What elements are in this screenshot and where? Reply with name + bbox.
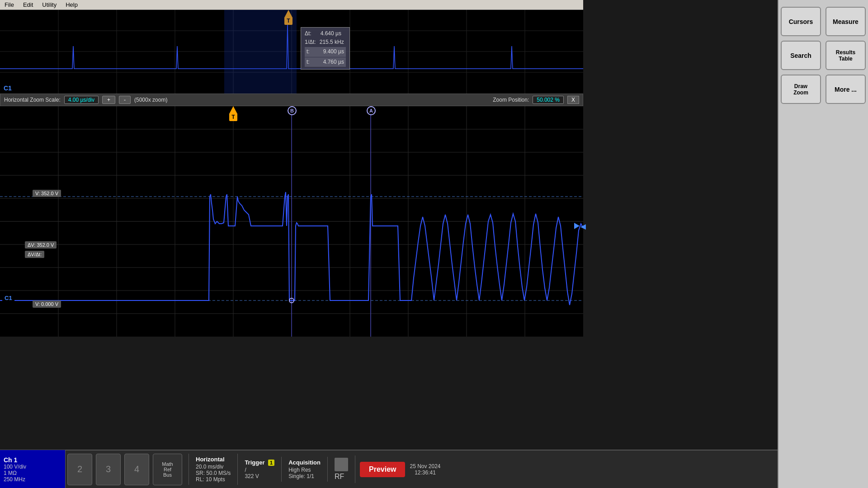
menu-file[interactable]: File bbox=[5, 1, 14, 8]
main-waveform: T bbox=[0, 106, 583, 337]
delta-v-readout: ΔV: 352.0 V bbox=[25, 241, 57, 249]
trigger-voltage: 322 V bbox=[245, 473, 274, 479]
delta-t-value: 4.640 µs bbox=[321, 29, 341, 38]
results-table-button[interactable]: ResultsTable bbox=[826, 41, 866, 70]
ch1-title: Ch 1 bbox=[4, 456, 61, 464]
search-button[interactable]: Search bbox=[781, 41, 821, 70]
menu-bar: File Edit Utility Help bbox=[0, 0, 583, 10]
t2-value: 4.760 µs bbox=[323, 58, 344, 66]
horizontal-line3: RL: 10 Mpts bbox=[196, 476, 231, 483]
svg-rect-17 bbox=[224, 10, 297, 94]
v-readout-bottom: V: 0.000 V bbox=[33, 300, 61, 308]
trigger-badge: 1 bbox=[268, 460, 274, 466]
hzoom-minus-btn[interactable]: - bbox=[119, 96, 131, 104]
bottom-bar: Ch 1 100 V/div 1 MΩ 250 MHz 2 3 4 Math R… bbox=[0, 450, 868, 488]
trigger-info: Trigger 1 / 322 V bbox=[238, 457, 282, 482]
right-panel: Cursors Measure Search ResultsTable Draw… bbox=[778, 0, 868, 488]
t2-label: t: bbox=[307, 58, 310, 66]
inv-delta-t-label: 1/Δt: bbox=[305, 38, 316, 47]
inv-delta-t-value: 215.5 kHz bbox=[320, 38, 344, 47]
volt-arrow: ◄ bbox=[579, 221, 588, 232]
cursor-readout-box: Δt: 4.640 µs 1/Δt: 215.5 kHz t: 9.400 µs… bbox=[301, 27, 350, 70]
menu-utility[interactable]: Utility bbox=[42, 1, 57, 8]
svg-text:C1: C1 bbox=[4, 84, 12, 92]
cursor-a-marker[interactable]: A bbox=[367, 106, 376, 115]
acquisition-title: Acquisition bbox=[288, 459, 321, 466]
bus-label: Bus bbox=[163, 472, 172, 478]
cursor-b-marker[interactable]: B bbox=[288, 106, 297, 115]
ch3-button[interactable]: 3 bbox=[96, 454, 121, 485]
acquisition-line1: High Res bbox=[288, 467, 321, 473]
v-readout-top: V: 352.0 V bbox=[33, 190, 61, 197]
acquisition-line2: Single: 1/1 bbox=[288, 473, 321, 479]
t1-label: t: bbox=[307, 47, 310, 56]
math-ref-bus-button[interactable]: Math Ref Bus bbox=[153, 454, 182, 485]
hzoom-label: Horizontal Zoom Scale: bbox=[4, 97, 61, 103]
menu-help[interactable]: Help bbox=[66, 1, 78, 8]
datetime-display: 25 Nov 2024 12:36:41 bbox=[410, 463, 440, 476]
hzoom-value[interactable]: 4.00 µs/div bbox=[64, 96, 99, 104]
hzoom-bar: Horizontal Zoom Scale: 4.00 µs/div + - (… bbox=[0, 94, 583, 106]
rf-label: RF bbox=[335, 473, 344, 480]
svg-text:T: T bbox=[231, 114, 235, 120]
measure-button[interactable]: Measure bbox=[826, 7, 866, 36]
overview-waveform: T C1 bbox=[0, 10, 583, 94]
hzoom-plus-btn[interactable]: + bbox=[102, 96, 115, 104]
horizontal-info: Horizontal 20.0 ms/div SR: 50.0 MS/s RL:… bbox=[189, 454, 238, 485]
ch2-button[interactable]: 2 bbox=[67, 454, 92, 485]
cursors-button[interactable]: Cursors bbox=[781, 7, 821, 36]
horizontal-title: Horizontal bbox=[196, 456, 231, 463]
ch1-vdiv: 100 V/div bbox=[4, 464, 61, 470]
trigger-slope: / bbox=[245, 467, 274, 473]
ch4-button[interactable]: 4 bbox=[124, 454, 149, 485]
preview-button[interactable]: Preview bbox=[360, 462, 405, 477]
t1-value: 9.400 µs bbox=[323, 47, 344, 56]
hzoom-pos-value[interactable]: 50.002 % bbox=[533, 96, 564, 104]
time-display: 12:36:41 bbox=[410, 469, 440, 476]
hzoom-zoom-info: (5000x zoom) bbox=[134, 97, 167, 103]
acquisition-info: Acquisition High Res Single: 1/1 bbox=[282, 457, 328, 482]
hzoom-x-btn[interactable]: X bbox=[567, 96, 579, 104]
draw-zoom-button[interactable]: DrawZoom bbox=[781, 75, 821, 104]
ch1-bandwidth: 250 MHz bbox=[4, 476, 61, 483]
menu-edit[interactable]: Edit bbox=[23, 1, 33, 8]
math-label: Math bbox=[162, 461, 173, 467]
hzoom-pos-label: Zoom Position: bbox=[493, 97, 529, 103]
trigger-title: Trigger 1 bbox=[245, 459, 274, 466]
delta-t-label: Δt: bbox=[305, 29, 311, 38]
c1-label-main: C1 bbox=[2, 294, 14, 302]
horizontal-line1: 20.0 ms/div bbox=[196, 464, 231, 470]
ref-label: Ref bbox=[164, 467, 171, 472]
ch1-impedance: 1 MΩ bbox=[4, 470, 61, 476]
date-display: 25 Nov 2024 bbox=[410, 463, 440, 469]
rf-button[interactable]: RF bbox=[328, 455, 355, 483]
horizontal-line2: SR: 50.0 MS/s bbox=[196, 470, 231, 476]
delta-v-dt-readout: ΔV/Δt: bbox=[25, 251, 44, 258]
ch1-info-block[interactable]: Ch 1 100 V/div 1 MΩ 250 MHz bbox=[0, 450, 66, 488]
more-button[interactable]: More ... bbox=[826, 75, 866, 104]
